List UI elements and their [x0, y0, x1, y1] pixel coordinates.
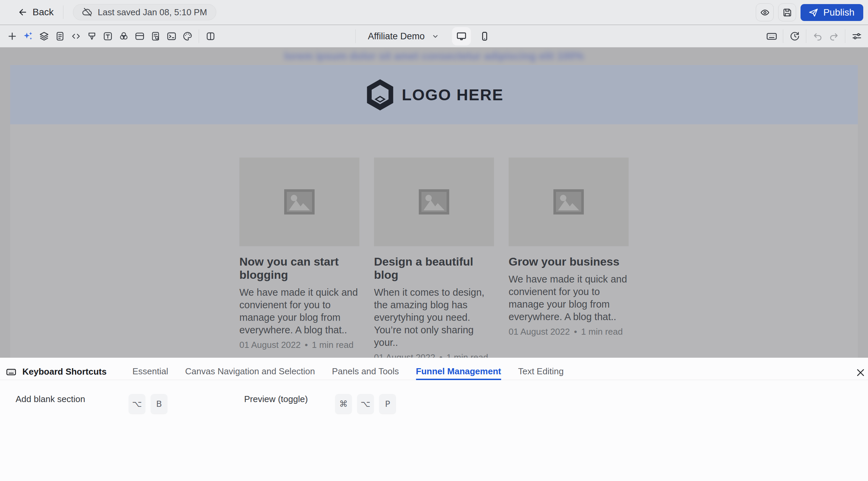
redo-icon [828, 31, 839, 42]
blog-card[interactable]: Grow your business We have made it quick… [509, 158, 629, 358]
image-placeholder-icon [418, 189, 450, 215]
window-sections-button[interactable] [132, 28, 147, 45]
blog-section[interactable]: Now you can start blogging We have made … [10, 124, 858, 358]
shortcut-keys: ⌘ ⌥ P [335, 394, 396, 414]
keycap-option: ⌥ [129, 394, 145, 414]
ai-sparkles-icon [23, 31, 34, 42]
terminal-button[interactable] [163, 28, 179, 45]
toggle-panel-button[interactable] [202, 28, 218, 45]
style-brush-button[interactable] [84, 28, 100, 45]
page-search-button[interactable] [147, 28, 163, 45]
brush-icon [86, 31, 97, 42]
blog-card-date: 01 August 2022 [239, 340, 301, 350]
tab-essential[interactable]: Essential [133, 364, 169, 380]
save-icon [782, 7, 793, 18]
settings-sliders-button[interactable] [849, 28, 865, 45]
blog-card-date: 01 August 2022 [374, 352, 435, 358]
split-panel-icon [205, 31, 216, 42]
save-button[interactable] [778, 3, 796, 21]
blog-card-meta: 01 August 2022 • 1 min read [374, 352, 494, 358]
undo-icon [812, 31, 823, 42]
tab-panels-tools[interactable]: Panels and Tools [332, 364, 399, 380]
image-placeholder [239, 158, 359, 246]
meta-separator: • [305, 340, 308, 350]
blog-card-readtime: 1 min read [312, 340, 354, 350]
shortcut-row: Preview (toggle) ⌘ ⌥ P [244, 394, 434, 404]
keyboard-icon [766, 30, 778, 42]
blog-card-title[interactable]: Design a beautiful blog [374, 255, 494, 281]
divider [355, 29, 356, 43]
close-icon [855, 368, 866, 378]
shortcuts-tab-row: Keyboard Shortcuts Essential Canvas Navi… [0, 364, 868, 380]
image-placeholder [374, 158, 494, 246]
palette-icon [182, 31, 193, 42]
notes-button[interactable] [52, 28, 68, 45]
image-placeholder [509, 158, 629, 246]
keyboard-shortcuts-panel: Keyboard Shortcuts Essential Canvas Navi… [0, 358, 868, 481]
blog-card-readtime: 1 min read [581, 327, 623, 337]
blog-card-title[interactable]: Grow your business [509, 255, 629, 268]
back-arrow-icon [18, 7, 28, 17]
code-button[interactable] [68, 28, 84, 45]
blend-button[interactable] [116, 28, 132, 45]
tab-text-editing[interactable]: Text Editing [518, 364, 564, 380]
blog-card-excerpt: When it comes to design, the amazing blo… [374, 286, 494, 349]
sliders-icon [851, 30, 863, 42]
back-button[interactable]: Back [18, 7, 54, 18]
blog-card-excerpt: We have made it quick and convienent for… [509, 273, 629, 323]
add-element-button[interactable] [4, 28, 20, 45]
history-button[interactable] [787, 28, 803, 45]
layers-icon [39, 31, 50, 42]
tab-canvas-navigation[interactable]: Canvas Navigation and Selection [185, 364, 315, 380]
desktop-view-button[interactable] [452, 27, 471, 45]
editor-canvas[interactable]: lorem ipsum dolor sit amet consectetur a… [0, 47, 868, 358]
shortcuts-title-text: Keyboard Shortcuts [22, 367, 107, 377]
history-icon [789, 31, 800, 42]
undo-button[interactable] [810, 28, 826, 45]
blog-card[interactable]: Design a beautiful blog When it comes to… [374, 158, 494, 358]
send-icon [808, 7, 819, 18]
mobile-icon [479, 30, 490, 42]
divider [199, 29, 199, 43]
publish-button[interactable]: Publish [801, 4, 863, 21]
blog-card-excerpt: We have made it quick and convienent for… [239, 286, 359, 336]
blog-card[interactable]: Now you can start blogging We have made … [239, 158, 359, 358]
tab-funnel-management[interactable]: Funnel Management [416, 364, 501, 380]
divider [806, 29, 806, 43]
publish-label: Publish [823, 7, 854, 18]
palette-button[interactable] [179, 28, 195, 45]
autosave-status-badge: Last saved Jan 08, 5:10 PM [73, 4, 216, 20]
top-bar: Back Last saved Jan 08, 5:10 PM Publish [0, 0, 868, 25]
cloud-off-icon [82, 7, 93, 18]
keyboard-icon [5, 366, 17, 378]
image-placeholder-icon [284, 189, 315, 215]
page-selector-label: Affiliate Demo [368, 31, 425, 42]
window-icon [134, 31, 145, 42]
blog-card-title[interactable]: Now you can start blogging [239, 255, 359, 281]
meta-separator: • [574, 327, 577, 337]
clipped-blurred-text: lorem ipsum dolor sit amet consectetur a… [0, 50, 868, 62]
shortcut-keys: ⌥ B [129, 394, 167, 414]
editor-toolbar: Affiliate Demo [0, 25, 868, 47]
ai-assistant-button[interactable] [20, 28, 36, 45]
preview-eye-button[interactable] [756, 3, 774, 21]
close-panel-button[interactable] [853, 365, 868, 380]
text-tool-button[interactable] [100, 28, 116, 45]
blog-card-meta: 01 August 2022 • 1 min read [239, 340, 359, 350]
terminal-icon [166, 31, 177, 42]
layers-button[interactable] [36, 28, 52, 45]
blog-card-meta: 01 August 2022 • 1 min read [509, 327, 629, 337]
page-search-icon [150, 31, 161, 42]
shortcut-label: Add blank section [16, 394, 85, 404]
redo-button[interactable] [826, 28, 842, 45]
keyboard-shortcuts-button[interactable] [764, 28, 780, 45]
eye-icon [760, 7, 770, 18]
text-icon [102, 31, 113, 42]
device-toggle [452, 27, 494, 45]
shortcuts-panel-title: Keyboard Shortcuts [5, 366, 107, 378]
mobile-view-button[interactable] [475, 27, 494, 45]
page-header-band[interactable]: LOGO HERE [10, 65, 858, 124]
logo-hexagon-icon [364, 79, 396, 111]
page-selector-dropdown[interactable]: Affiliate Demo [368, 31, 440, 42]
divider [783, 29, 783, 43]
